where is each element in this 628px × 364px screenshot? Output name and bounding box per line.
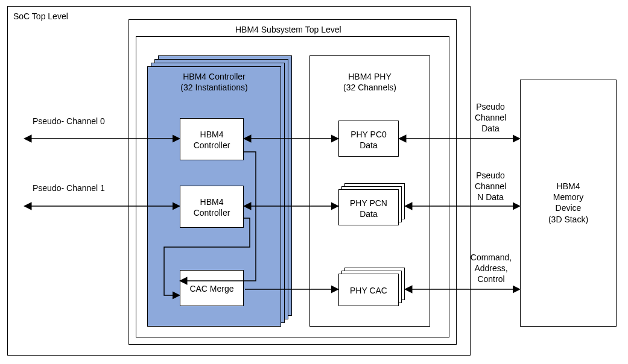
- pseudo-ch0-label: Pseudo- Channel 0: [33, 116, 105, 127]
- phy-pcn-label: PHY PCN Data: [338, 198, 399, 219]
- controller-1-label: HBM4 Controller: [180, 129, 244, 151]
- soc-top-label: SoC Top Level: [13, 11, 68, 22]
- controller-2-label: HBM4 Controller: [180, 196, 244, 218]
- controller-title: HBM4 Controller (32 Instantiations): [175, 71, 253, 93]
- pseudo-ch1-label: Pseudo- Channel 1: [33, 183, 105, 193]
- phy-cac-label: PHY CAC: [338, 285, 399, 296]
- cac-conn-label: Command, Address, Control: [466, 252, 516, 285]
- controller-title-line2: (32 Instantiations): [180, 83, 247, 92]
- phy-pc0-label: PHY PC0 Data: [338, 129, 399, 151]
- cac-merge-label: CAC Merge: [180, 283, 244, 294]
- pseudo-n-label: Pseudo Channel N Data: [469, 170, 512, 203]
- controller-title-line1: HBM4 Controller: [183, 72, 245, 81]
- subsystem-top-label: HBM4 Subsystem Top Level: [235, 24, 341, 35]
- memory-device-label: HBM4 Memory Device (3D Stack): [520, 181, 617, 225]
- pseudo-data-label: Pseudo Channel Data: [469, 101, 512, 134]
- phy-title: HBM4 PHY (32 Channels): [337, 71, 403, 93]
